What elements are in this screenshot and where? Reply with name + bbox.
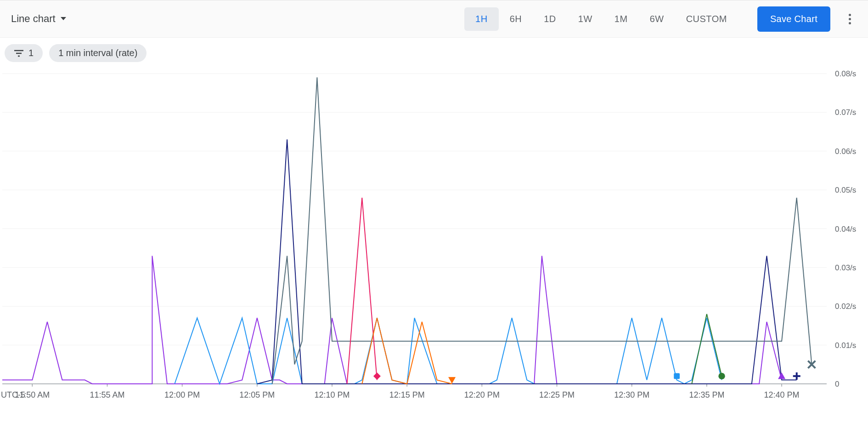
chart-type-selector[interactable]: Line chart xyxy=(11,13,67,25)
range-tab-1m[interactable]: 1M xyxy=(603,7,639,31)
series-purple xyxy=(2,256,782,384)
x-tick-label: 12:15 PM xyxy=(389,390,425,399)
series-marker xyxy=(718,373,725,379)
caret-down-icon xyxy=(60,17,67,21)
x-tick-label: 12:35 PM xyxy=(689,390,724,399)
series-pink xyxy=(347,198,377,384)
range-tab-1w[interactable]: 1W xyxy=(567,7,603,31)
series-green xyxy=(692,314,721,384)
save-chart-button[interactable]: Save Chart xyxy=(757,6,830,32)
range-tab-1d[interactable]: 1D xyxy=(533,7,567,31)
interval-chip[interactable]: 1 min interval (rate) xyxy=(49,44,147,62)
x-tick-label: 12:20 PM xyxy=(464,390,500,399)
chips-row: 1 1 min interval (rate) xyxy=(0,38,868,67)
y-tick-label: 0.02/s xyxy=(835,302,856,311)
range-tab-custom[interactable]: CUSTOM xyxy=(675,7,738,31)
y-tick-label: 0 xyxy=(835,380,839,388)
series-marker xyxy=(448,377,456,383)
y-tick-label: 0.05/s xyxy=(835,186,856,194)
interval-chip-label: 1 min interval (rate) xyxy=(58,48,137,58)
x-tick-label: 12:10 PM xyxy=(314,390,349,399)
range-tab-1h[interactable]: 1H xyxy=(464,7,499,31)
y-tick-label: 0.06/s xyxy=(835,147,856,156)
y-tick-label: 0.04/s xyxy=(835,225,856,234)
series-light-blue xyxy=(175,318,721,384)
y-tick-label: 0.03/s xyxy=(835,263,856,272)
y-tick-label: 0.08/s xyxy=(835,69,856,78)
overflow-menu-button[interactable] xyxy=(839,14,861,24)
series-marker xyxy=(674,373,680,379)
series-slate xyxy=(272,77,812,384)
x-tick-label: 12:00 PM xyxy=(164,390,200,399)
range-tab-6w[interactable]: 6W xyxy=(639,7,675,31)
x-tick-label: 12:30 PM xyxy=(614,390,649,399)
x-tick-label: 12:05 PM xyxy=(239,390,275,399)
y-tick-label: 0.07/s xyxy=(835,108,856,117)
x-tick-label: 11:55 AM xyxy=(90,390,124,399)
x-tick-label: 12:25 PM xyxy=(539,390,575,399)
time-range-tabs: 1H6H1D1W1M6WCUSTOM xyxy=(464,7,738,31)
series-marker xyxy=(373,372,381,380)
x-tick-label: 12:40 PM xyxy=(764,390,800,399)
line-chart-svg[interactable]: 00.01/s0.02/s0.03/s0.04/s0.05/s0.06/s0.0… xyxy=(0,67,868,407)
chart-type-label: Line chart xyxy=(11,13,56,25)
range-tab-6h[interactable]: 6H xyxy=(499,7,533,31)
series-dark-blue xyxy=(257,139,797,384)
filter-count: 1 xyxy=(28,48,34,58)
y-tick-label: 0.01/s xyxy=(835,341,856,350)
filter-chip[interactable]: 1 xyxy=(5,44,43,62)
timezone-label: UTC-5 xyxy=(1,390,25,399)
toolbar: Line chart 1H6H1D1W1M6WCUSTOM Save Chart xyxy=(0,0,868,38)
filter-icon xyxy=(14,49,24,57)
chart-area: 00.01/s0.02/s0.03/s0.04/s0.05/s0.06/s0.0… xyxy=(0,67,868,407)
series-marker xyxy=(778,372,785,379)
